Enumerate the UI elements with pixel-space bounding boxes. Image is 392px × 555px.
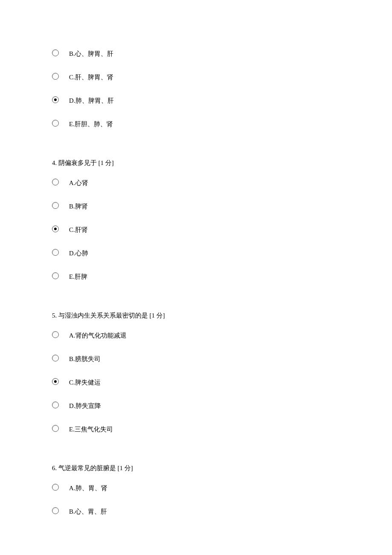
option-label: E.肝胆、肺、肾: [69, 120, 113, 129]
option-label: E.三焦气化失司: [69, 425, 113, 434]
radio-icon[interactable]: [52, 484, 59, 491]
option-label: D.肺失宣降: [69, 402, 101, 410]
radio-icon[interactable]: [52, 73, 59, 80]
option-label: B.脾肾: [69, 202, 88, 211]
q3-opt-e[interactable]: E.肝胆、肺、肾: [52, 117, 350, 129]
radio-icon[interactable]: [52, 120, 59, 127]
q4-text: 4. 阴偏衰多见于 [1 分]: [52, 159, 350, 168]
option-label: B.膀胱失司: [69, 355, 101, 364]
q3-tail-options-options: B.心、脾胃、肝C.肝、脾胃、肾D.肺、脾胃、肝E.肝胆、肺、肾: [52, 47, 350, 129]
radio-icon[interactable]: [52, 331, 59, 338]
q4-opt-c[interactable]: C.肝肾: [52, 223, 350, 234]
radio-icon[interactable]: [52, 272, 59, 279]
radio-icon[interactable]: [52, 49, 59, 56]
option-label: A.肺、胃、肾: [69, 484, 107, 493]
option-label: C.肝肾: [69, 225, 88, 234]
q4-opt-d[interactable]: D.心肺: [52, 246, 350, 258]
q3-opt-c[interactable]: C.肝、脾胃、肾: [52, 70, 350, 82]
option-label: B.心、胃、肝: [69, 507, 107, 516]
quiz-page: B.心、脾胃、肝C.肝、脾胃、肾D.肺、脾胃、肝E.肝胆、肺、肾4. 阴偏衰多见…: [0, 0, 350, 555]
radio-icon[interactable]: [52, 425, 59, 432]
q5-text: 5. 与湿浊内生关系关系最密切的是 [1 分]: [52, 311, 350, 320]
option-label: A.心肾: [69, 179, 88, 188]
option-label: E.肝脾: [69, 272, 87, 281]
radio-icon[interactable]: [52, 507, 59, 514]
q5-opt-a[interactable]: A.肾的气化功能减退: [52, 329, 350, 340]
option-label: A.肾的气化功能减退: [69, 331, 127, 340]
q4-options: A.心肾B.脾肾C.肝肾D.心肺E.肝脾: [52, 176, 350, 281]
radio-icon[interactable]: [52, 249, 59, 256]
radio-icon[interactable]: [52, 378, 59, 385]
radio-icon[interactable]: [52, 179, 59, 185]
option-label: D.肺、脾胃、肝: [69, 96, 114, 105]
option-label: B.心、脾胃、肝: [69, 49, 113, 58]
option-label: C.肝、脾胃、肾: [69, 73, 113, 82]
radio-icon[interactable]: [52, 355, 59, 361]
radio-icon[interactable]: [52, 202, 59, 209]
q5-opt-c[interactable]: C.脾失健运: [52, 376, 350, 387]
q4-opt-b[interactable]: B.脾肾: [52, 199, 350, 211]
q3-opt-b[interactable]: B.心、脾胃、肝: [52, 47, 350, 58]
q5-options: A.肾的气化功能减退B.膀胱失司C.脾失健运D.肺失宣降E.三焦气化失司: [52, 329, 350, 434]
option-label: D.心肺: [69, 249, 88, 258]
q6-options: A.肺、胃、肾B.心、胃、肝: [52, 481, 350, 516]
q6-opt-b[interactable]: B.心、胃、肝: [52, 505, 350, 516]
q6-opt-a[interactable]: A.肺、胃、肾: [52, 481, 350, 493]
q4-opt-e[interactable]: E.肝脾: [52, 270, 350, 281]
q5-opt-b[interactable]: B.膀胱失司: [52, 352, 350, 364]
q3-opt-d[interactable]: D.肺、脾胃、肝: [52, 94, 350, 105]
radio-icon[interactable]: [52, 225, 59, 232]
q4-opt-a[interactable]: A.心肾: [52, 176, 350, 188]
radio-icon[interactable]: [52, 402, 59, 408]
option-label: C.脾失健运: [69, 378, 101, 387]
q5-opt-e[interactable]: E.三焦气化失司: [52, 422, 350, 434]
q6-text: 6. 气逆最常见的脏腑是 [1 分]: [52, 464, 350, 473]
q5-opt-d[interactable]: D.肺失宣降: [52, 399, 350, 410]
radio-icon[interactable]: [52, 96, 59, 103]
